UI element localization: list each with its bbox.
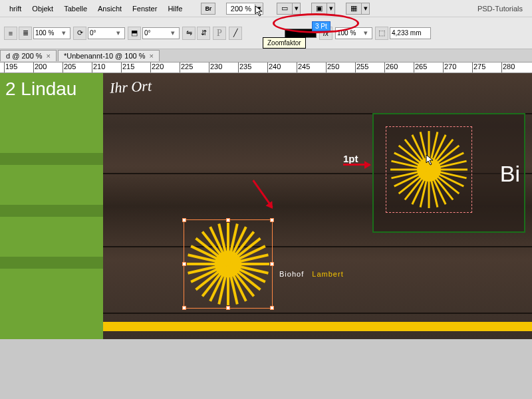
selection-box (184, 219, 273, 309)
menu-tabelle[interactable]: Tabelle (59, 5, 92, 13)
selected-sun-logo[interactable] (185, 221, 271, 307)
cursor-icon (426, 154, 435, 166)
menu-hilfe[interactable]: Hilfe (162, 5, 188, 13)
close-icon[interactable]: × (150, 52, 154, 60)
menu-schrift[interactable]: hrift (4, 5, 27, 13)
paragraph-icon[interactable]: P (213, 27, 226, 40)
arrange-button[interactable]: ▦▾ (346, 3, 370, 15)
stroke-weight-input[interactable]: 3 Pt (312, 21, 331, 31)
dimension-input[interactable] (390, 27, 431, 39)
annotation-arrow-2 (343, 164, 370, 166)
close-icon[interactable]: × (47, 52, 51, 60)
stroke-pt-label: 1pt (343, 153, 358, 164)
align-icon-1[interactable]: ≡ (4, 27, 17, 40)
flip-h-icon[interactable]: ⇋ (182, 27, 196, 40)
menu-ansicht[interactable]: Ansicht (92, 5, 127, 13)
stroke-type-icon[interactable]: ╱ (229, 27, 242, 40)
crop-icon[interactable]: ⬚ (375, 27, 388, 40)
ihr-ort-text: Ihr Ort (109, 77, 152, 96)
zoom-tooltip: Zoomfaktor (263, 37, 306, 49)
document-tab-1[interactable]: d @ 200 %× (0, 50, 57, 61)
view-mode-1[interactable]: ▭▾ (277, 3, 301, 15)
canvas-area[interactable]: 2 Lindau Ihr Ort Biohof Lambert 1pt Bi (0, 73, 532, 339)
cursor-icon (255, 5, 264, 17)
align-icon-2[interactable]: ≣ (19, 27, 32, 40)
bi-text-cropped: Bi (500, 161, 520, 187)
green-panel: 2 Lindau (0, 73, 103, 339)
menu-fenster[interactable]: Fenster (127, 5, 162, 13)
rotate-icon[interactable]: ⟳ (73, 27, 86, 40)
opacity-input-2[interactable]: ▾ (335, 27, 372, 39)
zoom-field[interactable] (227, 5, 255, 13)
rotate-input-1[interactable]: ▾ (88, 27, 125, 39)
menu-objekt[interactable]: Objekt (27, 5, 59, 13)
psd-tutorials-link[interactable]: PSD-Tutorials (472, 5, 528, 13)
lindau-text: 2 Lindau (0, 73, 103, 100)
shear-icon[interactable]: ⬒ (128, 27, 141, 40)
inset-preview: 1pt Bi (372, 113, 525, 233)
view-mode-2[interactable]: ▣▾ (311, 3, 335, 15)
bridge-button[interactable]: Br (201, 3, 215, 15)
biohof-lambert-text: Biohof Lambert (279, 253, 344, 283)
document-tab-2[interactable]: *Unbenannt-10 @ 100 %× (58, 50, 160, 61)
opacity-input-1[interactable]: ▾ (33, 27, 70, 39)
horizontal-ruler: 1952002052102152202252302352402452502552… (0, 63, 532, 73)
shear-input[interactable]: ▾ (142, 27, 180, 39)
yellow-stripe (103, 322, 532, 331)
flip-v-icon[interactable]: ⇵ (197, 27, 210, 40)
